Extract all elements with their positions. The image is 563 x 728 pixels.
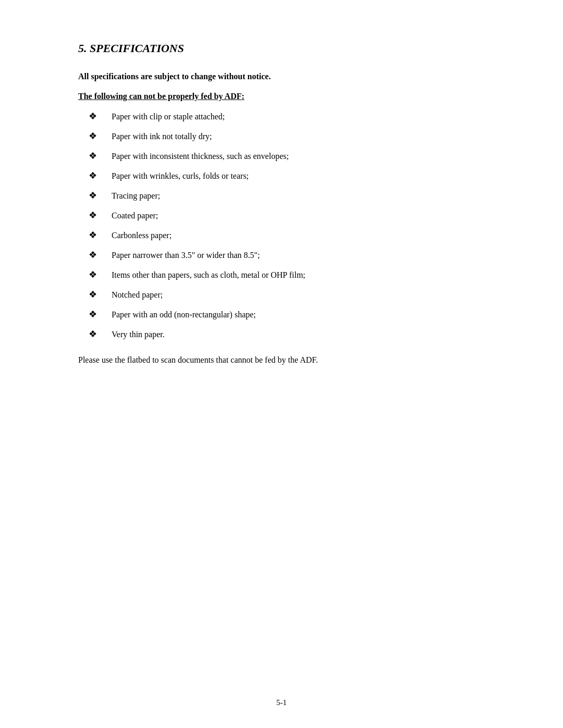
bullet-icon: ❖ [89, 150, 97, 162]
list-item: ❖Paper with clip or staple attached; [78, 110, 485, 123]
bullet-icon: ❖ [89, 110, 97, 122]
subtitle-underline: The following can not be properly fed by… [78, 92, 485, 101]
adf-list: ❖Paper with clip or staple attached;❖Pap… [78, 110, 485, 341]
bullet-icon: ❖ [89, 328, 97, 340]
section-title: 5. SPECIFICATIONS [78, 42, 485, 55]
list-item: ❖Items other than papers, such as cloth,… [78, 269, 485, 281]
list-item-text: Tracing paper; [112, 190, 160, 202]
list-item: ❖Paper narrower than 3.5" or wider than … [78, 249, 485, 262]
bullet-icon: ❖ [89, 229, 97, 241]
page-number: 5-1 [276, 698, 287, 707]
bullet-icon: ❖ [89, 209, 97, 221]
list-item-text: Coated paper; [112, 209, 158, 222]
list-item-text: Paper with wrinkles, curls, folds or tea… [112, 170, 249, 182]
list-item: ❖Coated paper; [78, 209, 485, 222]
list-item-text: Carbonless paper; [112, 229, 172, 242]
bullet-icon: ❖ [89, 289, 97, 300]
list-item-text: Paper with an odd (non-rectangular) shap… [112, 309, 256, 321]
footer-note: Please use the flatbed to scan documents… [78, 353, 485, 367]
list-item: ❖Carbonless paper; [78, 229, 485, 242]
page: 5. SPECIFICATIONS All specifications are… [78, 0, 485, 728]
bullet-icon: ❖ [89, 249, 97, 261]
bullet-icon: ❖ [89, 170, 97, 181]
list-item: ❖Tracing paper; [78, 190, 485, 202]
list-item: ❖Very thin paper. [78, 328, 485, 341]
bullet-icon: ❖ [89, 130, 97, 142]
bullet-icon: ❖ [89, 309, 97, 320]
list-item-text: Paper with ink not totally dry; [112, 130, 212, 143]
list-item: ❖Paper with wrinkles, curls, folds or te… [78, 170, 485, 182]
bullet-icon: ❖ [89, 190, 97, 201]
list-item: ❖Paper with ink not totally dry; [78, 130, 485, 143]
list-item: ❖Notched paper; [78, 289, 485, 301]
list-item-text: Items other than papers, such as cloth, … [112, 269, 305, 281]
list-item-text: Notched paper; [112, 289, 163, 301]
list-item: ❖Paper with inconsistent thickness, such… [78, 150, 485, 163]
list-item: ❖Paper with an odd (non-rectangular) sha… [78, 309, 485, 321]
subtitle-bold: All specifications are subject to change… [78, 72, 485, 81]
list-item-text: Very thin paper. [112, 328, 165, 341]
list-item-text: Paper narrower than 3.5" or wider than 8… [112, 249, 260, 262]
bullet-icon: ❖ [89, 269, 97, 280]
list-item-text: Paper with inconsistent thickness, such … [112, 150, 289, 163]
list-item-text: Paper with clip or staple attached; [112, 110, 225, 123]
